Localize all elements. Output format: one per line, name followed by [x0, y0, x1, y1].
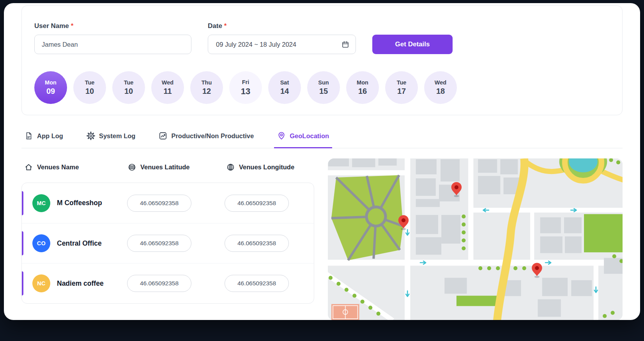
venue-avatar: CO	[32, 234, 50, 252]
geolocation-pin-icon	[277, 132, 286, 140]
tab-app-log[interactable]: App Log	[21, 126, 66, 148]
venue-avatar: MC	[32, 194, 50, 212]
venues-name-header: Venues Name	[21, 163, 128, 171]
venue-longitude-chip: 46.065092358	[225, 195, 289, 212]
day-pill[interactable]: Tue 10	[73, 71, 106, 104]
filter-form-row: User Name * Date * 09 July 2024 ~ 18 Jul…	[34, 22, 610, 54]
date-label-text: Date	[208, 22, 222, 30]
venue-latitude-chip: 46.065092358	[127, 235, 191, 252]
tab-system-log[interactable]: System Log	[83, 126, 139, 148]
day-pill[interactable]: Wed 11	[151, 71, 184, 104]
globe-latitude-icon	[128, 163, 136, 171]
tab-geolocation[interactable]: GeoLocation	[274, 126, 332, 148]
date-range-value: 09 July 2024 ~ 18 July 2024	[216, 41, 296, 48]
user-name-input[interactable]	[34, 35, 191, 54]
venue-avatar: NC	[32, 274, 50, 292]
venue-latitude-chip: 46.065092358	[127, 195, 191, 212]
venue-name: Nadiem coffee	[57, 279, 127, 288]
date-field-group: Date * 09 July 2024 ~ 18 July 2024	[208, 22, 356, 54]
tabs-bar: App Log System Log	[21, 126, 623, 148]
main-card: User Name * Date * 09 July 2024 ~ 18 Jul…	[4, 3, 640, 320]
row-accent-bar	[22, 191, 23, 215]
get-details-button[interactable]: Get Details	[372, 35, 453, 54]
app-background: User Name * Date * 09 July 2024 ~ 18 Jul…	[0, 0, 644, 341]
venue-row[interactable]: CO Central Office 46.065092358 46.065092…	[22, 223, 314, 263]
venues-section: Venues Name Venues Latitude	[21, 158, 314, 320]
venue-latitude-chip: 46.065092358	[127, 275, 191, 292]
day-selector: Mon 09 Tue 10 Tue 10 Wed 11 Thu 12	[34, 71, 610, 104]
venue-name: Central Office	[57, 239, 127, 248]
day-pill[interactable]: Tue 17	[385, 71, 418, 104]
user-name-label: User Name *	[34, 22, 191, 30]
day-pill[interactable]: Mon 09	[34, 71, 67, 104]
venues-table: MC M Coffeeshop 46.065092358 46.06509235…	[21, 183, 314, 304]
venue-longitude-chip: 46.065092358	[225, 275, 289, 292]
user-name-label-text: User Name	[34, 22, 69, 30]
home-icon	[25, 163, 33, 171]
required-asterisk: *	[71, 22, 74, 30]
date-range-input[interactable]: 09 July 2024 ~ 18 July 2024	[208, 35, 356, 54]
tab-productive[interactable]: Productive/Non Productive	[156, 126, 257, 148]
day-pill[interactable]: Sun 15	[307, 71, 340, 104]
productive-chart-icon	[159, 132, 167, 140]
user-name-field-group: User Name *	[34, 22, 191, 54]
day-pill[interactable]: Mon 16	[346, 71, 379, 104]
system-log-gear-icon	[87, 132, 95, 140]
venue-longitude-chip: 46.065092358	[225, 235, 289, 252]
day-pill[interactable]: Fri 13	[229, 71, 262, 104]
required-asterisk: *	[224, 22, 227, 30]
venues-longitude-header: Venues Longitude	[226, 163, 314, 171]
geolocation-panel: Venues Name Venues Latitude	[21, 158, 623, 320]
calendar-icon[interactable]	[341, 40, 349, 48]
row-accent-bar	[22, 271, 23, 295]
venue-row[interactable]: NC Nadiem coffee 46.065092358 46.0650923…	[22, 263, 314, 303]
row-accent-bar	[22, 231, 23, 255]
map-court	[331, 304, 359, 320]
map[interactable]	[328, 158, 623, 320]
day-pill[interactable]: Wed 18	[424, 71, 457, 104]
day-pill[interactable]: Thu 12	[190, 71, 223, 104]
venue-row[interactable]: MC M Coffeeshop 46.065092358 46.06509235…	[22, 183, 314, 223]
day-pill[interactable]: Tue 10	[112, 71, 145, 104]
venues-latitude-header: Venues Latitude	[128, 163, 226, 171]
app-log-icon	[25, 132, 33, 140]
globe-longitude-icon	[226, 163, 235, 171]
filter-panel: User Name * Date * 09 July 2024 ~ 18 Jul…	[21, 5, 623, 115]
date-label: Date *	[208, 22, 356, 30]
venues-headers: Venues Name Venues Latitude	[21, 158, 314, 176]
day-pill[interactable]: Sat 14	[268, 71, 301, 104]
map-illustration	[328, 158, 623, 320]
venue-name: M Coffeeshop	[57, 199, 127, 207]
